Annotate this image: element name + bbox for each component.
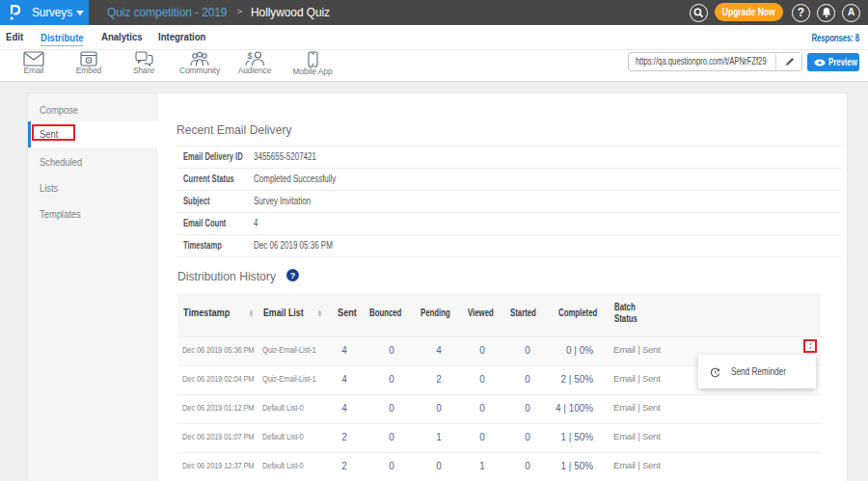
svg-text:?: ? [290,271,296,281]
svg-text:$: $ [247,51,252,61]
